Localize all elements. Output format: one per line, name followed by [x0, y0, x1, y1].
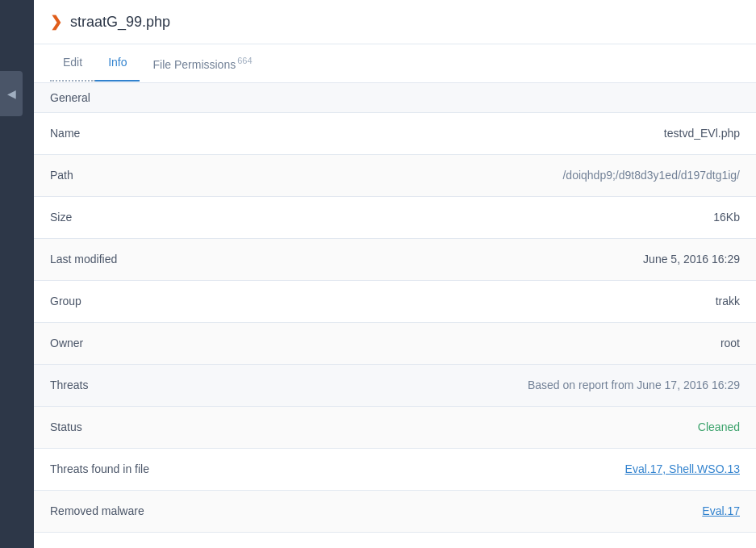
value-threats-found[interactable]: Eval.17, Shell.WSO.13 — [211, 462, 740, 475]
label-path: Path — [50, 169, 211, 182]
value-group: trakk — [211, 295, 740, 307]
tab-info[interactable]: Info — [95, 44, 140, 82]
tab-edit[interactable]: Edit — [50, 44, 95, 82]
label-group: Group — [50, 295, 211, 307]
row-group: Group trakk — [34, 281, 756, 323]
value-size: 16Kb — [211, 211, 740, 224]
label-last-modified: Last modified — [50, 253, 211, 266]
row-last-modified: Last modified June 5, 2016 16:29 — [34, 239, 756, 281]
general-section-header: General — [34, 83, 756, 113]
value-name: testvd_EVl.php — [211, 127, 740, 140]
value-threats: Based on report from June 17, 2016 16:29 — [211, 379, 740, 391]
sidebar-arrow-icon: ◀ — [7, 87, 16, 100]
label-name: Name — [50, 127, 211, 140]
permissions-badge: 664 — [237, 56, 252, 65]
value-status: Cleaned — [211, 420, 740, 433]
chevron-icon: ❯ — [50, 13, 62, 31]
label-status: Status — [50, 420, 211, 433]
row-status: Status Cleaned — [34, 407, 756, 449]
filename-title: straatG_99.php — [70, 14, 170, 31]
label-threats-found: Threats found in file — [50, 462, 211, 475]
main-content: ❯ straatG_99.php Edit Info File Permissi… — [34, 0, 756, 548]
info-rows-container: Name testvd_EVl.php Path /doiqhdp9;/d9t8… — [34, 113, 756, 548]
label-size: Size — [50, 211, 211, 224]
value-removed-malware[interactable]: Eval.17 — [211, 504, 740, 517]
row-name: Name testvd_EVl.php — [34, 113, 756, 155]
row-threats-header: Threats Based on report from June 17, 20… — [34, 365, 756, 407]
label-threats: Threats — [50, 379, 211, 391]
label-removed-malware: Removed malware — [50, 504, 211, 517]
row-threats-found: Threats found in file Eval.17, Shell.WSO… — [34, 449, 756, 491]
sidebar-toggle[interactable]: ◀ — [0, 71, 23, 116]
tab-file-permissions[interactable]: File Permissions664 — [140, 44, 265, 82]
value-path: /doiqhdp9;/d9t8d3y1ed/d197dtg1ig/ — [211, 169, 740, 182]
label-owner: Owner — [50, 337, 211, 349]
value-owner: root — [211, 337, 740, 349]
row-owner: Owner root — [34, 323, 756, 365]
sidebar-strip: ◀ — [0, 0, 34, 548]
value-last-modified: June 5, 2016 16:29 — [211, 253, 740, 266]
file-header: ❯ straatG_99.php — [34, 0, 756, 44]
row-path: Path /doiqhdp9;/d9t8d3y1ed/d197dtg1ig/ — [34, 155, 756, 197]
row-not-removed: Not removed threats Eval.19 — [34, 533, 756, 548]
tab-bar: Edit Info File Permissions664 — [34, 44, 756, 83]
row-removed-malware: Removed malware Eval.17 — [34, 491, 756, 533]
row-size: Size 16Kb — [34, 197, 756, 239]
